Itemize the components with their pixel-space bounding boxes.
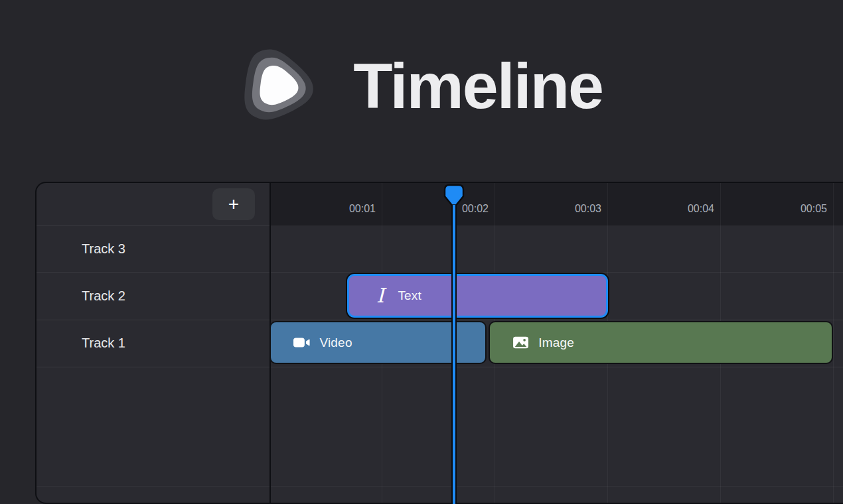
app-header: Timeline xyxy=(0,42,843,130)
plus-icon: + xyxy=(228,195,239,214)
video-camera-icon xyxy=(293,334,311,351)
track-header-track-3: Track 3 xyxy=(37,225,269,272)
clip-label: Video xyxy=(319,336,352,350)
ruler-time-label: 00:04 xyxy=(621,203,714,215)
playhead-line xyxy=(451,205,457,504)
track-header-track-1: Track 1 xyxy=(37,320,269,367)
row-divider xyxy=(37,367,843,367)
image-icon xyxy=(512,334,530,351)
track-name: Track 2 xyxy=(82,288,125,304)
ruler-time-label: 00:03 xyxy=(508,203,601,215)
row-divider xyxy=(37,320,843,320)
clip-label: Text xyxy=(398,288,422,303)
clip-text[interactable]: I Text xyxy=(347,274,607,318)
play-logo-icon xyxy=(240,42,319,130)
page-title: Timeline xyxy=(353,42,603,130)
track-name: Track 3 xyxy=(82,241,125,257)
clip-image[interactable]: Image xyxy=(490,322,832,363)
header-divider xyxy=(37,225,269,226)
text-italic-icon: I xyxy=(371,287,389,305)
row-divider xyxy=(37,272,843,273)
track-header-track-2: Track 2 xyxy=(37,272,269,320)
clip-label: Image xyxy=(538,336,574,350)
timeline-panel: + Track 3 Track 2 Track 1 I Text Video xyxy=(37,183,843,503)
ruler-time-label: 00:01 xyxy=(282,203,376,215)
ruler-gridline xyxy=(833,183,834,503)
playhead-handle[interactable] xyxy=(442,183,466,208)
ruler-time-label: 00:05 xyxy=(733,203,827,215)
row-divider xyxy=(37,486,843,487)
track-name: Track 1 xyxy=(82,336,125,351)
add-track-button[interactable]: + xyxy=(212,188,255,220)
